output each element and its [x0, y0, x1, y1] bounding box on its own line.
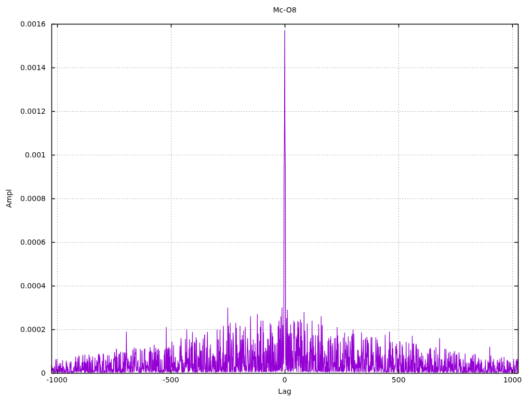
- plot-area: [0, 0, 532, 399]
- y-tick-label: 0.0012: [4, 108, 46, 115]
- x-tick-label: 1000: [503, 376, 522, 383]
- x-tick-label: -1000: [46, 376, 68, 383]
- y-tick-label: 0: [4, 369, 46, 377]
- chart-figure: Mc-O8 Ampl Lag 00.00020.00040.00060.0008…: [0, 0, 532, 399]
- x-tick-label: -500: [163, 376, 179, 383]
- y-tick-label: 0.0014: [4, 64, 46, 71]
- x-tick-label: 500: [392, 376, 406, 383]
- y-tick-label: 0.0004: [4, 282, 46, 289]
- x-tick-label: 0: [283, 376, 287, 383]
- y-tick-label: 0.0016: [4, 20, 46, 28]
- x-axis-title: Lag: [51, 387, 518, 395]
- y-tick-label: 0.001: [4, 151, 46, 158]
- chart-title: Mc-O8: [51, 6, 518, 14]
- y-tick-label: 0.0008: [4, 195, 46, 202]
- y-tick-label: 0.0002: [4, 326, 46, 333]
- y-tick-label: 0.0006: [4, 238, 46, 246]
